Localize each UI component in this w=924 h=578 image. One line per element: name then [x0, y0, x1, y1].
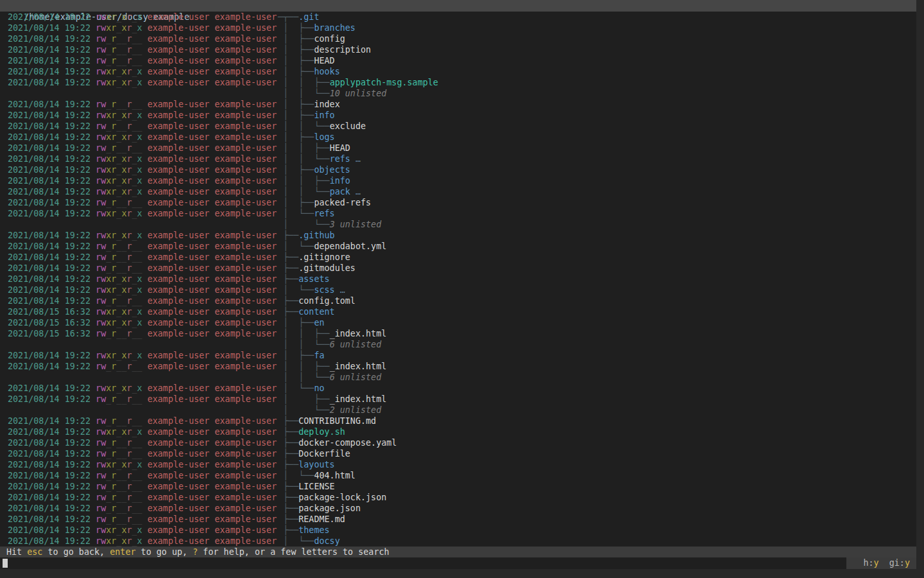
unlisted-count[interactable]: 6 unlisted	[330, 340, 382, 349]
directory-name[interactable]: refs	[330, 154, 350, 164]
tree-row[interactable]: 2021/08/14 19:22 rw_r__r__ example-user …	[0, 55, 916, 66]
tree-row[interactable]: 2021/08/14 19:22 rw_r__r__ example-user …	[0, 361, 916, 372]
tree-entry[interactable]: │ ├──en	[278, 317, 325, 328]
tree-entry[interactable]: ├──README.md	[278, 514, 345, 525]
tree-row[interactable]: │ │ └──6 unlisted	[0, 372, 916, 383]
tree-row[interactable]: 2021/08/14 19:22 rw_r__r__ example-user …	[0, 416, 916, 426]
tree-row[interactable]: 2021/08/14 19:22 rw_r__r__ example-user …	[0, 197, 916, 208]
tree-row[interactable]: 2021/08/14 19:22 rw_r__r__ example-user …	[0, 503, 916, 514]
file-name[interactable]: Dockerfile	[298, 449, 350, 459]
text-cursor[interactable]	[3, 559, 8, 568]
directory-name[interactable]: info	[314, 110, 334, 120]
tree-row[interactable]: 2021/08/14 19:22 rw_r__r__ example-user …	[0, 394, 916, 405]
tree-entry[interactable]: │ │ └──6 unlisted	[278, 372, 381, 383]
directory-name[interactable]: hooks	[314, 67, 339, 76]
tree-entry[interactable]: │ ├──_index.html	[278, 394, 386, 405]
file-name[interactable]: docker-compose.yaml	[298, 438, 397, 448]
tree-entry[interactable]: │ ├──logs	[278, 132, 335, 143]
tree-row[interactable]: 2021/08/14 19:22 rw_r__r__ example-user …	[0, 514, 916, 525]
directory-name[interactable]: .github	[298, 231, 334, 240]
tree-entry[interactable]: │ └──docsy	[278, 536, 340, 547]
tree-entry[interactable]: ├──package-lock.json	[278, 492, 386, 503]
tree-entry[interactable]: ├──content	[278, 306, 335, 317]
tree-row[interactable]: 2021/08/14 19:22 rwxr_xr_x example-user …	[0, 12, 916, 22]
unlisted-count[interactable]: 2 unlisted	[330, 405, 382, 415]
tree-entry[interactable]: ─┬──.git	[278, 12, 320, 22]
directory-name[interactable]: docsy	[314, 536, 339, 546]
tree-row[interactable]: 2021/08/14 19:22 rw_r__r__ example-user …	[0, 121, 916, 132]
tree-entry[interactable]: ├──docker-compose.yaml	[278, 437, 397, 448]
tree-entry[interactable]: ├──config.toml	[278, 295, 355, 306]
tree-row[interactable]: 2021/08/15 16:32 rw_r__r__ example-user …	[0, 328, 916, 339]
file-name[interactable]: _index.html	[330, 362, 387, 371]
tree-row[interactable]: 2021/08/14 19:22 rwxr_xr_x example-user …	[0, 426, 916, 437]
directory-name[interactable]: layouts	[298, 460, 334, 469]
tree-row[interactable]: 2021/08/14 19:22 rw_r__r__ example-user …	[0, 437, 916, 448]
directory-name[interactable]: branches	[314, 23, 355, 33]
unlisted-count[interactable]: 6 unlisted	[330, 372, 382, 382]
tree-row[interactable]: 2021/08/14 19:22 rw_r__r__ example-user …	[0, 263, 916, 274]
tree-row[interactable]: 2021/08/14 19:22 rw_r__r__ example-user …	[0, 481, 916, 492]
file-name[interactable]: 404.html	[314, 471, 355, 480]
tree-row[interactable]: 2021/08/14 19:22 rwxr_xr_x example-user …	[0, 153, 916, 164]
tree-row[interactable]: 2021/08/14 19:22 rwxr_xr_x example-user …	[0, 186, 916, 197]
tree-entry[interactable]: │ │ └──exclude	[278, 121, 366, 132]
tree-row[interactable]: │ │ └──6 unlisted	[0, 339, 916, 350]
tree-row[interactable]: 2021/08/14 19:22 rwxr_xr_x example-user …	[0, 350, 916, 361]
tree-entry[interactable]: │ ├──description	[278, 44, 371, 55]
file-name[interactable]: description	[314, 45, 371, 55]
tree-entry[interactable]: │ │ ├──_index.html	[278, 361, 386, 372]
tree-entry[interactable]: │ ├──fa	[278, 350, 325, 361]
directory-name[interactable]: objects	[314, 165, 350, 175]
file-name[interactable]: _index.html	[330, 394, 387, 404]
directory-name[interactable]: no	[314, 383, 324, 393]
tree-entry[interactable]: │ │ └──refs …	[278, 153, 361, 164]
tree-entry[interactable]: │ └──2 unlisted	[278, 405, 381, 416]
tree-entry[interactable]: │ └──3 unlisted	[278, 219, 381, 230]
file-name[interactable]: LICENSE	[298, 482, 334, 491]
directory-name[interactable]: refs	[314, 209, 334, 218]
tree-entry[interactable]: ├──package.json	[278, 503, 361, 514]
file-name[interactable]: config.toml	[298, 296, 355, 306]
tree-entry[interactable]: ├──.gitmodules	[278, 263, 355, 274]
tree-row[interactable]: 2021/08/14 19:22 rw_r__r__ example-user …	[0, 492, 916, 503]
tree-row[interactable]: 2021/08/14 19:22 rwxr_xr_x example-user …	[0, 22, 916, 33]
tree-entry[interactable]: │ ├──hooks	[278, 66, 340, 77]
tree-row[interactable]: 2021/08/14 19:22 rw_r__r__ example-user …	[0, 44, 916, 55]
tree-row[interactable]: │ │ └──10 unlisted	[0, 88, 916, 99]
tree-row[interactable]: 2021/08/14 19:22 rwxr_xr_x example-user …	[0, 383, 916, 394]
tree-row[interactable]: 2021/08/14 19:22 rwxr_xr_x example-user …	[0, 110, 916, 121]
tree-row[interactable]: 2021/08/14 19:22 rw_r__r__ example-user …	[0, 295, 916, 306]
tree-row[interactable]: 2021/08/14 19:22 rwxr_xr_x example-user …	[0, 536, 916, 547]
tree-row[interactable]: 2021/08/14 19:22 rwxr_xr_x example-user …	[0, 175, 916, 186]
tree-row[interactable]: 2021/08/14 19:22 rwxr_xr_x example-user …	[0, 77, 916, 88]
tree-row[interactable]: 2021/08/14 19:22 rw_r__r__ example-user …	[0, 252, 916, 263]
tree-entry[interactable]: ├──Dockerfile	[278, 448, 350, 459]
tree-entry[interactable]: ├──themes	[278, 525, 330, 536]
tree-entry[interactable]: │ └──no	[278, 383, 325, 394]
tree-row[interactable]: 2021/08/14 19:22 rwxr_xr_x example-user …	[0, 208, 916, 219]
tree-entry[interactable]: │ │ ├──HEAD	[278, 143, 350, 153]
tree-row[interactable]: │ └──3 unlisted	[0, 219, 916, 230]
file-name[interactable]: .gitmodules	[298, 263, 355, 273]
tree-entry[interactable]: │ ├──info	[278, 110, 335, 121]
tree-row[interactable]: 2021/08/15 16:32 rwxr_xr_x example-user …	[0, 306, 916, 317]
tree-row[interactable]: 2021/08/14 19:22 rwxr_xr_x example-user …	[0, 285, 916, 295]
tree-row[interactable]: 2021/08/14 19:22 rw_r__r__ example-user …	[0, 33, 916, 44]
tree-entry[interactable]: ├──assets	[278, 274, 330, 285]
tree-row[interactable]: 2021/08/14 19:22 rw_r__r__ example-user …	[0, 241, 916, 252]
tree-entry[interactable]: │ │ └──10 unlisted	[278, 88, 386, 99]
tree-entry[interactable]: │ │ ├──applypatch-msg.sample	[278, 77, 438, 88]
tree-row[interactable]: 2021/08/14 19:22 rwxr_xr_x example-user …	[0, 525, 916, 536]
unlisted-count[interactable]: 3 unlisted	[330, 220, 382, 229]
tree-row[interactable]: 2021/08/15 16:32 rwxr_xr_x example-user …	[0, 317, 916, 328]
tree-entry[interactable]: │ ├──index	[278, 99, 340, 110]
tree-entry[interactable]: │ │ ├──info	[278, 175, 350, 186]
file-name[interactable]: package.json	[298, 504, 361, 513]
tree-row[interactable]: 2021/08/14 19:22 rw_r__r__ example-user …	[0, 99, 916, 110]
file-name[interactable]: CONTRIBUTING.md	[298, 416, 376, 426]
file-name[interactable]: HEAD	[330, 143, 350, 153]
tree-row[interactable]: 2021/08/14 19:22 rwxr_xr_x example-user …	[0, 459, 916, 470]
directory-name[interactable]: logs	[314, 132, 334, 142]
tree-row[interactable]: 2021/08/14 19:22 rwxr_xr_x example-user …	[0, 164, 916, 175]
